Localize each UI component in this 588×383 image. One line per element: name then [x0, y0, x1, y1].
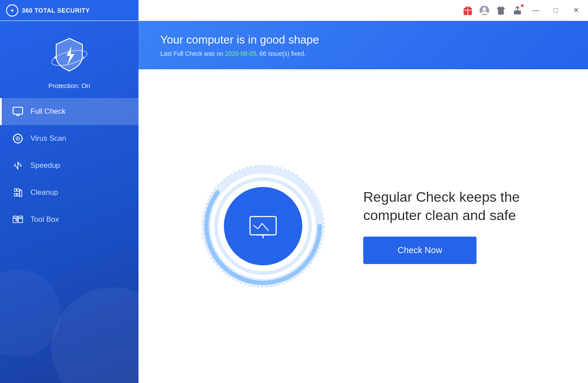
check-now-button[interactable]: Check Now — [363, 237, 476, 264]
virus-scan-label: Virus Scan — [30, 134, 66, 143]
status-subtitle: Last Full Check was on 2020-08-05, 66 is… — [160, 50, 571, 57]
main-layout: Protection: On Full Check Virus Scan — [0, 21, 588, 383]
svg-rect-23 — [17, 189, 19, 191]
svg-point-7 — [483, 7, 486, 11]
subtitle-after: , 66 issue(s) fixed. — [256, 50, 306, 57]
svg-point-11 — [82, 56, 84, 59]
app-title: 360 TOTAL SECURITY — [22, 7, 90, 14]
donut-svg — [198, 161, 328, 291]
svg-text:+: + — [10, 7, 14, 14]
sidebar-item-full-check[interactable]: Full Check — [0, 98, 139, 125]
titlebar-right: — □ ✕ — [463, 3, 583, 17]
notification-badge — [520, 3, 524, 8]
svg-point-36 — [224, 187, 302, 265]
svg-rect-29 — [13, 216, 17, 218]
user-icon[interactable] — [479, 5, 490, 16]
titlebar-left: + 360 TOTAL SECURITY — [0, 0, 139, 20]
maximize-button[interactable]: □ — [549, 3, 563, 17]
toolbox-icon — [12, 214, 24, 225]
svg-rect-12 — [13, 107, 23, 114]
donut-chart — [198, 161, 328, 291]
title-bar: + 360 TOTAL SECURITY — [0, 0, 588, 21]
sidebar-item-virus-scan[interactable]: Virus Scan — [0, 125, 139, 152]
last-check-date: 2020-08-05 — [225, 50, 257, 57]
logo-area: Protection: On — [47, 21, 91, 98]
gift-icon[interactable] — [463, 5, 473, 16]
subtitle-before: Last Full Check was on — [160, 50, 225, 57]
main-content: Regular Check keeps the computer clean a… — [139, 69, 588, 383]
content-area: Your computer is in good shape Last Full… — [139, 21, 588, 383]
svg-rect-22 — [14, 189, 17, 191]
main-tagline: Regular Check keeps the computer clean a… — [363, 188, 529, 224]
status-title: Your computer is in good shape — [160, 33, 571, 47]
speedup-label: Speedup — [30, 161, 60, 170]
cleanup-label: Cleanup — [30, 188, 58, 197]
header-banner: Your computer is in good shape Last Full… — [139, 21, 588, 69]
svg-rect-25 — [17, 193, 19, 196]
upload-icon[interactable] — [512, 5, 523, 16]
minimize-button[interactable]: — — [529, 3, 543, 17]
svg-point-21 — [17, 138, 19, 139]
shirt-icon[interactable] — [496, 5, 506, 16]
svg-rect-8 — [514, 10, 521, 14]
sidebar-item-cleanup[interactable]: Cleanup — [0, 179, 139, 206]
sidebar: Protection: On Full Check Virus Scan — [0, 21, 139, 383]
virus-scan-icon — [12, 133, 24, 144]
speedup-icon — [12, 160, 24, 171]
app-logo-icon: + — [6, 4, 18, 17]
svg-rect-28 — [18, 218, 23, 223]
svg-rect-24 — [14, 193, 17, 196]
full-check-icon — [12, 106, 24, 117]
shield-logo-icon — [47, 34, 91, 78]
close-button[interactable]: ✕ — [569, 3, 583, 17]
protection-status: Protection: On — [48, 82, 90, 89]
svg-rect-27 — [13, 218, 17, 223]
right-panel: Regular Check keeps the computer clean a… — [363, 188, 529, 264]
cleanup-icon — [12, 187, 24, 198]
active-indicator — [0, 98, 2, 125]
svg-rect-30 — [18, 216, 23, 218]
toolbox-label: Tool Box — [30, 215, 59, 224]
sidebar-item-toolbox[interactable]: Tool Box — [0, 206, 139, 233]
full-check-label: Full Check — [30, 107, 65, 116]
sidebar-item-speedup[interactable]: Speedup — [0, 152, 139, 179]
svg-point-10 — [54, 56, 57, 59]
